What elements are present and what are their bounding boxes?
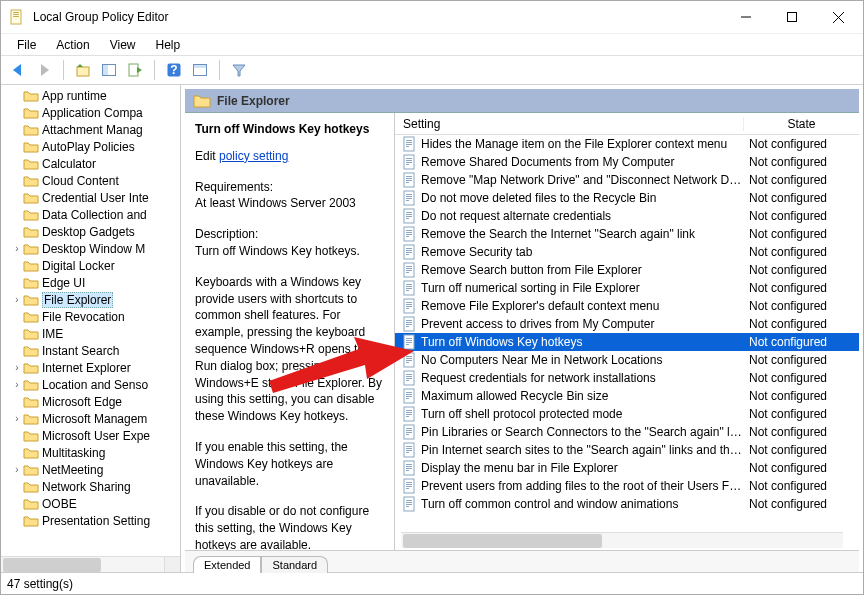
up-icon[interactable] bbox=[72, 59, 94, 81]
list-row[interactable]: Request credentials for network installa… bbox=[395, 369, 859, 387]
setting-name: Request credentials for network installa… bbox=[421, 371, 743, 385]
show-hide-tree-icon[interactable] bbox=[98, 59, 120, 81]
column-setting[interactable]: Setting bbox=[395, 117, 743, 131]
list-row[interactable]: Prevent users from adding files to the r… bbox=[395, 477, 859, 495]
policy-icon bbox=[401, 244, 417, 260]
svg-rect-83 bbox=[406, 376, 412, 377]
list-row[interactable]: Remove Security tabNot configured bbox=[395, 243, 859, 261]
right-panel: File Explorer Turn off Windows Key hotke… bbox=[181, 85, 863, 572]
tree-item[interactable]: File Revocation bbox=[1, 308, 180, 325]
tree-item[interactable]: OOBE bbox=[1, 495, 180, 512]
tab-extended[interactable]: Extended bbox=[193, 556, 261, 573]
list-row[interactable]: Remove "Map Network Drive" and "Disconne… bbox=[395, 171, 859, 189]
properties-icon[interactable] bbox=[189, 59, 211, 81]
menu-action[interactable]: Action bbox=[48, 36, 97, 54]
tree-item[interactable]: ›File Explorer bbox=[1, 291, 180, 308]
tree-item[interactable]: App runtime bbox=[1, 87, 180, 104]
setting-name: Remove Security tab bbox=[421, 245, 743, 259]
list-row[interactable]: Remove Shared Documents from My Computer… bbox=[395, 153, 859, 171]
requirements-value: At least Windows Server 2003 bbox=[195, 195, 384, 212]
list-row[interactable]: Prevent access to drives from My Compute… bbox=[395, 315, 859, 333]
tree-item[interactable]: Edge UI bbox=[1, 274, 180, 291]
tree-item[interactable]: ›Microsoft Managem bbox=[1, 410, 180, 427]
maximize-button[interactable] bbox=[769, 2, 815, 32]
policy-icon bbox=[401, 424, 417, 440]
svg-rect-109 bbox=[406, 468, 412, 469]
list-row[interactable]: Hides the Manage item on the File Explor… bbox=[395, 135, 859, 153]
tree-item[interactable]: Desktop Gadgets bbox=[1, 223, 180, 240]
list-row[interactable]: Maximum allowed Recycle Bin sizeNot conf… bbox=[395, 387, 859, 405]
tree-item[interactable]: AutoPlay Policies bbox=[1, 138, 180, 155]
expand-icon[interactable]: › bbox=[11, 413, 23, 424]
folder-icon bbox=[23, 140, 39, 154]
back-button[interactable] bbox=[7, 59, 29, 81]
tree-item[interactable]: Presentation Setting bbox=[1, 512, 180, 529]
edit-policy-link[interactable]: policy setting bbox=[219, 149, 288, 163]
folder-icon bbox=[23, 327, 39, 341]
export-icon[interactable] bbox=[124, 59, 146, 81]
menu-file[interactable]: File bbox=[9, 36, 44, 54]
folder-icon bbox=[23, 378, 39, 392]
list-row[interactable]: No Computers Near Me in Network Location… bbox=[395, 351, 859, 369]
list-row[interactable]: Display the menu bar in File ExplorerNot… bbox=[395, 459, 859, 477]
setting-state: Not configured bbox=[743, 173, 859, 187]
list-row[interactable]: Do not move deleted files to the Recycle… bbox=[395, 189, 859, 207]
tree-item[interactable]: IME bbox=[1, 325, 180, 342]
list-row[interactable]: Turn off Windows Key hotkeysNot configur… bbox=[395, 333, 859, 351]
svg-rect-60 bbox=[406, 290, 409, 291]
expand-icon[interactable]: › bbox=[11, 464, 23, 475]
list-row[interactable]: Pin Internet search sites to the "Search… bbox=[395, 441, 859, 459]
tree-item[interactable]: Multitasking bbox=[1, 444, 180, 461]
list-row[interactable]: Remove File Explorer's default context m… bbox=[395, 297, 859, 315]
expand-icon[interactable]: › bbox=[11, 294, 23, 305]
tree-item[interactable]: ›Internet Explorer bbox=[1, 359, 180, 376]
menu-help[interactable]: Help bbox=[148, 36, 189, 54]
tree-item[interactable]: Credential User Inte bbox=[1, 189, 180, 206]
setting-state: Not configured bbox=[743, 461, 859, 475]
folder-icon bbox=[23, 191, 39, 205]
tab-standard[interactable]: Standard bbox=[261, 556, 328, 573]
policy-icon bbox=[401, 226, 417, 242]
list-row[interactable]: Turn off numerical sorting in File Explo… bbox=[395, 279, 859, 297]
tree-item[interactable]: Microsoft Edge bbox=[1, 393, 180, 410]
tree-item[interactable]: Cloud Content bbox=[1, 172, 180, 189]
list-row[interactable]: Remove Search button from File ExplorerN… bbox=[395, 261, 859, 279]
list-row[interactable]: Remove the Search the Internet "Search a… bbox=[395, 225, 859, 243]
tree-item[interactable]: Digital Locker bbox=[1, 257, 180, 274]
policy-icon bbox=[401, 208, 417, 224]
tree-hscrollbar[interactable] bbox=[1, 556, 180, 572]
list-hscrollbar[interactable] bbox=[401, 532, 843, 548]
expand-icon[interactable]: › bbox=[11, 362, 23, 373]
tree-item[interactable]: Instant Search bbox=[1, 342, 180, 359]
minimize-button[interactable] bbox=[723, 2, 769, 32]
svg-rect-30 bbox=[406, 182, 409, 183]
close-button[interactable] bbox=[815, 2, 861, 32]
filter-icon[interactable] bbox=[228, 59, 250, 81]
tree-item[interactable]: Network Sharing bbox=[1, 478, 180, 495]
column-state[interactable]: State bbox=[743, 117, 859, 131]
expand-icon[interactable]: › bbox=[11, 379, 23, 390]
list-row[interactable]: Turn off shell protocol protected modeNo… bbox=[395, 405, 859, 423]
tree-item[interactable]: Microsoft User Expe bbox=[1, 427, 180, 444]
menu-view[interactable]: View bbox=[102, 36, 144, 54]
svg-rect-34 bbox=[406, 198, 412, 199]
list-row[interactable]: Pin Libraries or Search Connectors to th… bbox=[395, 423, 859, 441]
tree-item[interactable]: ›Desktop Window M bbox=[1, 240, 180, 257]
forward-button[interactable] bbox=[33, 59, 55, 81]
expand-icon[interactable]: › bbox=[11, 243, 23, 254]
tree-item[interactable]: Attachment Manag bbox=[1, 121, 180, 138]
svg-rect-74 bbox=[406, 342, 412, 343]
list-row[interactable]: Turn off common control and window anima… bbox=[395, 495, 859, 513]
policy-icon bbox=[401, 172, 417, 188]
content-header-title: File Explorer bbox=[217, 94, 290, 108]
policy-icon bbox=[401, 406, 417, 422]
tree-item[interactable]: ›NetMeeting bbox=[1, 461, 180, 478]
list-row[interactable]: Do not request alternate credentialsNot … bbox=[395, 207, 859, 225]
tree-item[interactable]: ›Location and Senso bbox=[1, 376, 180, 393]
column-headers[interactable]: Setting State bbox=[395, 113, 859, 135]
help-icon[interactable]: ? bbox=[163, 59, 185, 81]
tree-item[interactable]: Data Collection and bbox=[1, 206, 180, 223]
tree-item[interactable]: Calculator bbox=[1, 155, 180, 172]
tree-item[interactable]: Application Compa bbox=[1, 104, 180, 121]
window-titlebar: Local Group Policy Editor bbox=[1, 1, 863, 33]
